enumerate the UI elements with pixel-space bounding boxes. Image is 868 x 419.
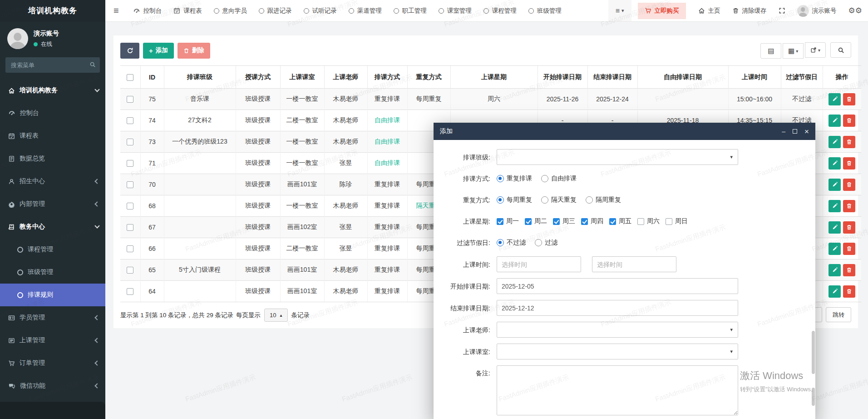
sidebar-item-订单管理[interactable]: 订单管理 (0, 352, 105, 374)
column-header-开始排课日期[interactable]: 开始排课日期 (538, 66, 587, 89)
edit-button[interactable] (829, 264, 841, 276)
maximize-icon[interactable] (793, 129, 797, 134)
checkbox-option-周五[interactable]: 周五 (609, 217, 631, 225)
edit-button[interactable] (829, 200, 841, 212)
checkbox-option-周四[interactable]: 周四 (581, 217, 603, 225)
row-checkbox[interactable] (127, 267, 133, 274)
edit-button[interactable] (829, 157, 841, 170)
delete-row-button[interactable] (843, 179, 855, 191)
sidebar-item-培训机构教务[interactable]: 培训机构教务 (0, 79, 105, 102)
delete-row-button[interactable] (843, 93, 855, 105)
edit-button[interactable] (829, 285, 841, 298)
delete-row-button[interactable] (843, 200, 855, 212)
checkbox-option-周一[interactable]: 周一 (497, 217, 519, 225)
time-end-input[interactable] (592, 256, 676, 272)
sidebar-item-上课管理[interactable]: 上课管理 (0, 329, 105, 352)
edit-button[interactable] (829, 221, 841, 234)
sidebar-item-学员管理[interactable]: 学员管理 (0, 306, 105, 329)
column-header-上课星期[interactable]: 上课星期 (450, 66, 538, 89)
edit-button[interactable] (829, 179, 841, 191)
menu-search-input[interactable] (5, 57, 100, 73)
delete-row-button[interactable] (843, 243, 855, 255)
delete-button[interactable]: 删除 (178, 43, 210, 59)
end-date-input[interactable] (497, 300, 738, 316)
refresh-button[interactable] (120, 43, 139, 59)
row-checkbox[interactable] (127, 288, 133, 295)
radio-option-隔周重复[interactable]: 隔周重复 (586, 196, 621, 204)
row-checkbox[interactable] (127, 181, 133, 188)
close-icon[interactable]: × (804, 128, 809, 135)
search-toggle-button[interactable] (830, 42, 851, 58)
sidebar-item-微信功能[interactable]: 微信功能 (0, 374, 105, 397)
checkbox-option-周三[interactable]: 周三 (553, 217, 575, 225)
delete-row-button[interactable] (843, 115, 855, 127)
column-header-排课班级[interactable]: 排课班级 (164, 66, 236, 89)
row-checkbox[interactable] (127, 224, 133, 231)
delete-row-button[interactable] (843, 285, 855, 298)
buy-now-button[interactable]: 立即购买 (638, 3, 686, 19)
teacher-select[interactable]: ▾ (497, 322, 738, 338)
radio-option-重复排课[interactable]: 重复排课 (497, 175, 532, 183)
time-start-input[interactable] (497, 256, 581, 272)
nav-tab-职工管理[interactable]: 职工管理 (388, 0, 433, 21)
checkbox-option-周二[interactable]: 周二 (525, 217, 547, 225)
column-header-上课课室[interactable]: 上课课室 (280, 66, 324, 89)
column-header-上课时间[interactable]: 上课时间 (728, 66, 781, 89)
delete-row-button[interactable] (843, 157, 855, 170)
sidebar-item-排课规则[interactable]: 排课规则 (0, 284, 105, 306)
nav-tab-试听记录[interactable]: 试听记录 (298, 0, 343, 21)
export-button[interactable]: ▾ (805, 42, 826, 58)
row-checkbox[interactable] (127, 139, 133, 145)
delete-row-button[interactable] (843, 221, 855, 234)
column-header-过滤节假日[interactable]: 过滤节假日 (781, 66, 823, 89)
checkbox-option-周六[interactable]: 周六 (637, 217, 660, 225)
account-menu[interactable]: 演示账号 (791, 0, 843, 21)
radio-option-自由排课[interactable]: 自由排课 (541, 175, 577, 183)
select-all-checkbox[interactable] (127, 74, 133, 81)
sidebar-item-课程表[interactable]: 课程表 (0, 125, 105, 147)
edit-button[interactable] (829, 243, 841, 255)
row-checkbox[interactable] (127, 96, 133, 103)
column-header-操作[interactable]: 操作 (823, 66, 861, 89)
class-select[interactable]: ▾ (497, 149, 738, 165)
row-checkbox[interactable] (127, 245, 133, 252)
nav-tab-班级管理[interactable]: 班级管理 (523, 0, 567, 21)
row-checkbox[interactable] (127, 160, 133, 167)
edit-button[interactable] (829, 115, 841, 127)
columns-button[interactable]: ▦▾ (783, 43, 804, 59)
delete-row-button[interactable] (843, 136, 855, 148)
column-header-自由排课日期[interactable]: 自由排课日期 (637, 66, 728, 89)
column-header-排课方式[interactable]: 排课方式 (367, 66, 407, 89)
tabs-overflow-dropdown[interactable]: ≡▾ (608, 0, 631, 21)
sidebar-item-教务中心[interactable]: 教务中心 (0, 215, 105, 238)
page-size-dropdown[interactable]: 10 ▴ (264, 309, 288, 322)
sidebar-item-控制台[interactable]: 控制台 (0, 102, 105, 125)
fullscreen-button[interactable] (773, 0, 791, 21)
sidebar-toggle-icon[interactable]: ≡ (105, 5, 127, 16)
column-header-ID[interactable]: ID (140, 66, 164, 89)
radio-option-过滤[interactable]: 过滤 (535, 239, 557, 247)
nav-tab-课程表[interactable]: 课程表 (168, 0, 208, 21)
column-header-上课老师[interactable]: 上课老师 (324, 66, 367, 89)
clear-cache-button[interactable]: 清除缓存 (726, 0, 773, 21)
sidebar-item-招生中心[interactable]: 招生中心 (0, 170, 105, 193)
home-button[interactable]: 主页 (692, 0, 726, 21)
sidebar-item-内部管理[interactable]: 内部管理 (0, 193, 105, 215)
radio-option-不过滤[interactable]: 不过滤 (497, 239, 526, 247)
add-button[interactable]: + 添加 (143, 43, 174, 59)
edit-button[interactable] (829, 93, 841, 105)
room-select[interactable]: ▾ (497, 344, 738, 359)
radio-option-隔天重复[interactable]: 隔天重复 (541, 196, 577, 204)
nav-tab-跟进记录[interactable]: 跟进记录 (253, 0, 298, 21)
nav-tab-意向学员[interactable]: 意向学员 (208, 0, 253, 21)
modal-scrollbar[interactable] (812, 331, 815, 374)
row-checkbox[interactable] (127, 203, 133, 210)
column-header-授课方式[interactable]: 授课方式 (236, 66, 280, 89)
checkbox-option-周日[interactable]: 周日 (666, 217, 688, 225)
settings-gears-button[interactable]: ⚙⚙ (843, 0, 868, 21)
jump-button[interactable]: 跳转 (826, 307, 851, 322)
delete-row-button[interactable] (843, 264, 855, 276)
column-header-重复方式[interactable]: 重复方式 (407, 66, 450, 89)
sidebar-item-班级管理[interactable]: 班级管理 (0, 261, 105, 284)
sidebar-item-课程管理[interactable]: 课程管理 (0, 238, 105, 261)
